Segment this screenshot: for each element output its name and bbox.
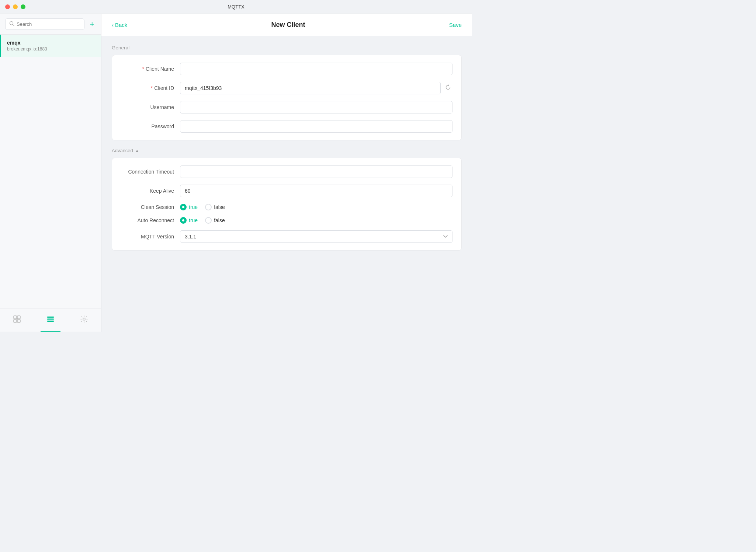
- password-row: Password: [121, 120, 452, 133]
- password-label: Password: [121, 123, 180, 129]
- sidebar-search-bar: +: [0, 14, 101, 35]
- subscriptions-icon: [46, 315, 55, 325]
- connection-timeout-input[interactable]: [180, 165, 452, 178]
- general-section-title: General: [112, 45, 462, 50]
- connections-list: emqx broker.emqx.io:1883: [0, 35, 101, 308]
- client-name-row: *Client Name: [121, 63, 452, 75]
- app-title: MQTTX: [228, 4, 245, 10]
- connection-host: broker.emqx.io:1883: [7, 46, 95, 52]
- svg-rect-3: [17, 316, 20, 319]
- nav-subscriptions-button[interactable]: [41, 312, 60, 328]
- general-form-card: *Client Name *Client ID: [112, 55, 462, 140]
- search-icon: [9, 21, 14, 27]
- search-box: [5, 18, 84, 30]
- clean-session-false-option[interactable]: false: [205, 204, 225, 210]
- keep-alive-label: Keep Alive: [121, 188, 180, 194]
- svg-rect-2: [14, 316, 17, 319]
- back-button[interactable]: ‹ Back: [112, 22, 127, 28]
- advanced-form-card: Connection Timeout Keep Alive Clean Sess…: [112, 158, 462, 251]
- main-header: ‹ Back New Client Save: [101, 14, 472, 36]
- client-id-label: *Client ID: [121, 85, 180, 91]
- form-area: General *Client Name *Client ID: [101, 36, 472, 332]
- advanced-section-title: Advanced ▲: [112, 148, 462, 153]
- main-content: ‹ Back New Client Save General *Client N…: [101, 14, 472, 332]
- advanced-chevron-icon: ▲: [135, 149, 139, 153]
- clean-session-true-radio[interactable]: [180, 204, 187, 210]
- save-button[interactable]: Save: [449, 22, 462, 28]
- clean-session-false-radio[interactable]: [205, 204, 212, 210]
- svg-rect-4: [14, 319, 17, 322]
- mqtt-version-select[interactable]: 3.1.1 5.0: [180, 230, 452, 243]
- clean-session-true-label: true: [189, 204, 198, 210]
- svg-rect-5: [17, 319, 20, 322]
- svg-rect-6: [47, 317, 54, 318]
- add-connection-button[interactable]: +: [88, 20, 96, 28]
- nav-settings-button[interactable]: [74, 312, 94, 328]
- page-title: New Client: [271, 21, 305, 29]
- auto-reconnect-false-radio[interactable]: [205, 217, 212, 224]
- auto-reconnect-radio-group: true false: [180, 217, 225, 224]
- auto-reconnect-true-radio[interactable]: [180, 217, 187, 224]
- username-row: Username: [121, 101, 452, 113]
- connections-icon: [13, 315, 21, 325]
- sidebar: + emqx broker.emqx.io:1883: [0, 14, 101, 332]
- mqtt-version-row: MQTT Version 3.1.1 5.0: [121, 230, 452, 243]
- keep-alive-row: Keep Alive: [121, 185, 452, 197]
- app-container: + emqx broker.emqx.io:1883: [0, 14, 472, 332]
- auto-reconnect-label: Auto Reconnect: [121, 217, 180, 223]
- client-name-input[interactable]: [180, 63, 452, 75]
- connection-timeout-row: Connection Timeout: [121, 165, 452, 178]
- client-id-input-group: [180, 82, 452, 94]
- back-chevron-icon: ‹: [112, 22, 114, 28]
- connection-item[interactable]: emqx broker.emqx.io:1883: [0, 35, 101, 57]
- svg-point-9: [83, 318, 85, 320]
- close-button[interactable]: [5, 4, 10, 9]
- nav-connections-button[interactable]: [7, 312, 27, 328]
- clean-session-true-option[interactable]: true: [180, 204, 198, 210]
- auto-reconnect-row: Auto Reconnect true false: [121, 217, 452, 224]
- clean-session-false-label: false: [214, 204, 225, 210]
- sidebar-bottom-nav: [0, 308, 101, 332]
- auto-reconnect-false-label: false: [214, 217, 225, 223]
- refresh-client-id-button[interactable]: [444, 83, 452, 93]
- window-controls: [5, 4, 25, 9]
- svg-line-1: [13, 25, 14, 26]
- connection-timeout-label: Connection Timeout: [121, 169, 180, 175]
- client-id-input[interactable]: [180, 82, 441, 94]
- maximize-button[interactable]: [21, 4, 25, 9]
- clean-session-row: Clean Session true false: [121, 204, 452, 210]
- svg-rect-8: [47, 321, 54, 322]
- keep-alive-input[interactable]: [180, 185, 452, 197]
- connection-name: emqx: [7, 40, 95, 46]
- clean-session-label: Clean Session: [121, 204, 180, 210]
- auto-reconnect-false-option[interactable]: false: [205, 217, 225, 224]
- clean-session-radio-group: true false: [180, 204, 225, 210]
- titlebar: MQTTX: [0, 0, 472, 14]
- username-label: Username: [121, 104, 180, 110]
- auto-reconnect-true-label: true: [189, 217, 198, 223]
- client-id-row: *Client ID: [121, 82, 452, 94]
- mqtt-version-label: MQTT Version: [121, 234, 180, 240]
- client-name-label: *Client Name: [121, 66, 180, 72]
- password-input[interactable]: [180, 120, 452, 133]
- username-input[interactable]: [180, 101, 452, 113]
- search-input[interactable]: [17, 21, 80, 27]
- minimize-button[interactable]: [13, 4, 18, 9]
- settings-icon: [80, 315, 88, 325]
- svg-rect-7: [47, 319, 54, 320]
- auto-reconnect-true-option[interactable]: true: [180, 217, 198, 224]
